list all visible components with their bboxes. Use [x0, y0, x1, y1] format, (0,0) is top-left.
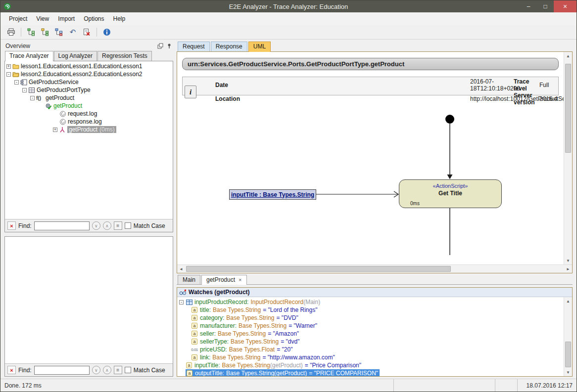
watch-row[interactable]: a category: Base Types.String = "DVD" [177, 314, 572, 322]
tree-item-request-log[interactable]: request.log [5, 110, 173, 118]
find-next-button[interactable]: ∨ [92, 366, 100, 374]
tab-close-icon[interactable]: × [239, 277, 241, 283]
tree-item-lesson1[interactable]: + lesson1.EducationLesson1.EducationLess… [5, 62, 173, 70]
menu-options[interactable]: Options [79, 13, 108, 24]
find-input[interactable] [34, 366, 90, 375]
watch-type: Base Types.String [213, 306, 261, 313]
tree-item-label: lesson1.EducationLesson1.EducationLesson… [21, 63, 143, 70]
expander-icon[interactable]: + [53, 128, 57, 132]
expander-icon[interactable]: - [30, 96, 35, 100]
initial-node[interactable] [445, 115, 454, 124]
tab-uml[interactable]: UML [248, 42, 271, 52]
tree-item-operation[interactable]: - f() getProduct [5, 94, 173, 102]
action-name: Get Title [399, 190, 501, 197]
match-case-label: Match Case [134, 367, 165, 374]
tab-trace-analyzer[interactable]: Trace Analyzer [5, 51, 53, 61]
find-next-button[interactable]: ∨ [92, 221, 100, 230]
clear-find-button[interactable]: × [7, 366, 16, 374]
find-bar-top: × Find: ∨ ∧ ≡ Match Case [5, 219, 173, 232]
match-case-checkbox[interactable] [125, 222, 131, 229]
secondary-panel-content[interactable] [5, 237, 173, 363]
tab-getproduct[interactable]: getProduct × [201, 275, 246, 285]
uml-vertical-scrollbar[interactable]: ▲ ▼ [564, 52, 572, 264]
watch-row[interactable]: 0.01 priceUSD: Base Types.Float = "20" [177, 346, 572, 353]
action-node-get-title[interactable]: «ActionScript» Get Title 0ms [399, 179, 502, 208]
scroll-right-arrow[interactable]: ► [564, 265, 572, 273]
service-icon [20, 79, 27, 86]
object-node-input-title[interactable]: inputTitle : Base Types.String [229, 189, 316, 200]
close-button[interactable]: × [554, 0, 577, 12]
uml-canvas[interactable]: urn:Services.GetProductService.Ports.Get… [177, 52, 572, 264]
tab-request[interactable]: Request [178, 42, 210, 51]
scroll-up-arrow[interactable]: ▲ [564, 52, 572, 60]
find-input[interactable] [34, 221, 90, 230]
menu-view[interactable]: View [32, 13, 53, 24]
info-button[interactable] [101, 27, 112, 38]
undo-button[interactable]: ↶ [67, 27, 78, 38]
expander-icon[interactable]: + [6, 64, 11, 69]
watch-row-selected[interactable]: a outputTitle: Base Types.String (getPro… [177, 369, 572, 376]
menu-help[interactable]: Help [109, 13, 130, 24]
find-prev-button[interactable]: ∧ [103, 221, 111, 230]
trace-icon [59, 127, 66, 133]
maximize-button[interactable]: □ [537, 0, 554, 12]
expander-icon[interactable]: - [22, 88, 27, 92]
scroll-down-arrow[interactable]: ▼ [564, 257, 572, 264]
tree-item-response-log[interactable]: response.log [5, 118, 173, 126]
watch-row[interactable]: a sellerType: Base Types.String = "dvd" [177, 338, 572, 346]
scroll-down-arrow[interactable]: ▼ [564, 368, 572, 376]
scroll-up-arrow[interactable]: ▲ [564, 297, 572, 305]
menu-import[interactable]: Import [53, 13, 79, 24]
expand-tree-button[interactable] [26, 27, 37, 38]
collapse-tree-button[interactable] [40, 27, 50, 38]
scrollbar-thumb[interactable] [565, 64, 571, 153]
watches-panel: Watches (getProduct) - inputProductRecor… [177, 287, 573, 377]
menu-project[interactable]: Project [4, 13, 32, 24]
close-trace-button[interactable] [81, 27, 92, 38]
watch-row[interactable]: a title: Base Types.String = "Lord of th… [177, 306, 572, 314]
tree-item-label: getProduct [53, 102, 82, 109]
watch-row[interactable]: - inputProductRecord: InputProductRecord… [177, 298, 572, 306]
watch-name: title: [200, 306, 211, 313]
watches-vertical-scrollbar[interactable]: ▲ ▼ [564, 297, 572, 376]
tab-response[interactable]: Response [211, 42, 247, 51]
pin-icon[interactable] [166, 43, 172, 49]
uml-diagram [177, 52, 564, 255]
watch-name: inputTitle: [194, 362, 220, 369]
folder-open-icon [12, 71, 19, 78]
expander-icon[interactable]: - [6, 72, 11, 77]
watch-row[interactable]: a link: Base Types.String = "http://www.… [177, 353, 572, 361]
trace-tree-panel: + lesson1.EducationLesson1.EducationLess… [4, 61, 173, 232]
tree-item-porttype[interactable]: - GetProductPortType [5, 86, 173, 94]
watch-value: = "Lord of the Rings" [263, 306, 317, 313]
tab-main[interactable]: Main [178, 275, 200, 284]
scrollbar-thumb[interactable] [565, 342, 571, 367]
tab-regression-tests[interactable]: Regression Tests [97, 51, 152, 61]
expander-icon[interactable]: - [179, 300, 184, 305]
tab-log-analyzer[interactable]: Log Analyzer [54, 51, 97, 61]
scroll-left-arrow[interactable]: ◄ [177, 265, 185, 273]
tree-item-getproduct-trace[interactable]: + getProduct (0ms) [5, 126, 173, 133]
minimize-button[interactable]: – [520, 0, 537, 12]
expander-icon[interactable]: - [14, 80, 19, 85]
watches-icon [179, 289, 186, 296]
string-type-icon: a [192, 354, 197, 360]
match-case-checkbox[interactable] [125, 367, 131, 373]
watch-context: (Main) [303, 299, 320, 305]
find-options-button[interactable]: ≡ [114, 221, 122, 230]
find-prev-button[interactable]: ∧ [103, 366, 111, 374]
float-pane-icon[interactable] [157, 43, 163, 49]
find-label: Find: [18, 222, 32, 229]
uml-horizontal-scrollbar[interactable]: ◄ ► [177, 264, 572, 273]
tree-item-lesson2[interactable]: - lesson2.EducationLesson2.EducationLess… [5, 70, 173, 78]
clear-find-button[interactable]: × [7, 221, 16, 230]
print-button[interactable] [5, 27, 16, 38]
tree-item-service[interactable]: - GetProductService [5, 78, 173, 86]
tree-item-session[interactable]: getProduct [5, 102, 173, 110]
watch-row[interactable]: a seller: Base Types.String = "Amazon" [177, 330, 572, 338]
scrollbar-thumb[interactable] [186, 266, 451, 272]
watch-row[interactable]: a manufacturer: Base Types.String = "War… [177, 322, 572, 330]
watch-row[interactable]: a inputTitle: Base Types.String (getProd… [177, 361, 572, 369]
find-options-button[interactable]: ≡ [114, 366, 122, 374]
refresh-tree-button[interactable] [53, 27, 64, 38]
